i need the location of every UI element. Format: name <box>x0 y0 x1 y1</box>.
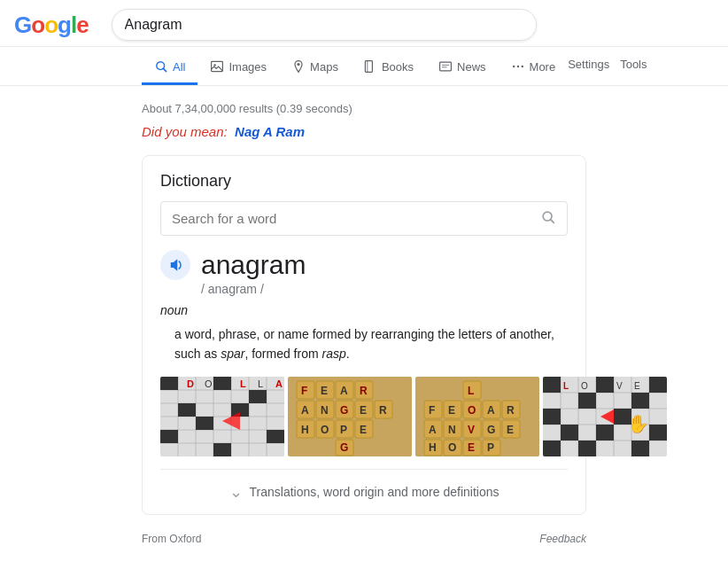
crossword-image-3[interactable]: L F E O A R A N V <box>415 377 539 456</box>
images-icon <box>210 59 224 74</box>
svg-rect-31 <box>160 377 178 390</box>
results-count: About 7,34,00,000 results (0.39 seconds) <box>142 93 586 119</box>
svg-text:E: E <box>448 404 455 417</box>
svg-text:A: A <box>275 378 283 389</box>
svg-rect-127 <box>543 441 561 456</box>
feedback-link[interactable]: Feedback <box>539 533 586 545</box>
from-oxford-label: From Oxford <box>142 533 201 545</box>
tab-maps-label: Maps <box>310 60 338 74</box>
translations-bar[interactable]: ⌄ Translations, word origin and more def… <box>160 469 568 514</box>
definition-end: . <box>346 347 350 361</box>
svg-text:✋: ✋ <box>627 413 649 434</box>
svg-text:A: A <box>487 404 495 417</box>
dictionary-search-input[interactable] <box>172 211 540 226</box>
svg-rect-39 <box>213 443 231 456</box>
svg-rect-9 <box>440 62 452 71</box>
svg-rect-124 <box>561 425 578 441</box>
svg-text:H: H <box>429 441 437 454</box>
dictionary-search-box <box>160 201 568 236</box>
search-box <box>112 9 537 41</box>
svg-rect-128 <box>578 441 596 456</box>
content-area: About 7,34,00,000 results (0.39 seconds)… <box>0 86 728 556</box>
search-input[interactable] <box>125 17 515 33</box>
svg-text:N: N <box>321 404 329 417</box>
tab-all[interactable]: All <box>142 51 197 85</box>
from-oxford-row: From Oxford Feedback <box>142 526 586 556</box>
tab-more-label: More <box>530 60 556 74</box>
svg-text:G: G <box>340 441 348 454</box>
svg-text:E: E <box>360 404 367 417</box>
maps-icon <box>291 59 306 74</box>
audio-button[interactable] <box>160 250 190 280</box>
svg-text:A: A <box>429 424 437 436</box>
nav-tabs: All Images Maps Books News <box>0 47 728 86</box>
images-row: D O L L A F <box>160 377 568 456</box>
settings-link[interactable]: Settings <box>568 58 609 71</box>
svg-line-3 <box>163 68 166 71</box>
svg-rect-38 <box>267 430 284 443</box>
svg-text:A: A <box>340 385 348 397</box>
svg-rect-121 <box>631 393 649 409</box>
svg-rect-126 <box>649 425 667 441</box>
svg-point-6 <box>297 63 299 66</box>
dictionary-search-icon[interactable] <box>540 209 556 228</box>
did-you-mean: Did you mean: Nag A Ram <box>142 119 586 148</box>
svg-text:O: O <box>448 441 456 454</box>
svg-text:O: O <box>321 424 329 436</box>
settings-area: Settings Tools <box>568 58 647 78</box>
svg-text:N: N <box>448 424 456 436</box>
did-you-mean-suggestion[interactable]: Nag A Ram <box>235 124 305 139</box>
crossword-image-1[interactable]: D O L L A <box>160 377 284 456</box>
svg-rect-7 <box>365 61 372 73</box>
tab-images[interactable]: Images <box>197 51 279 85</box>
svg-text:V: V <box>468 424 475 436</box>
svg-text:E: E <box>507 424 514 436</box>
svg-text:L: L <box>468 385 474 397</box>
svg-rect-129 <box>631 441 649 456</box>
svg-rect-120 <box>578 393 596 409</box>
svg-text:E: E <box>360 424 367 436</box>
svg-rect-117 <box>543 377 561 393</box>
news-icon <box>438 59 453 74</box>
svg-text:L: L <box>563 381 569 391</box>
svg-text:F: F <box>429 404 435 417</box>
tab-news-label: News <box>457 60 486 74</box>
dictionary-title: Dictionary <box>160 172 568 191</box>
tab-books[interactable]: Books <box>351 51 426 85</box>
svg-text:A: A <box>301 404 309 417</box>
dictionary-card: Dictionary anagram / anagram / <box>142 155 586 515</box>
svg-rect-34 <box>178 403 196 417</box>
example1: spar <box>221 347 244 361</box>
crossword-image-4[interactable]: L O V E ✋ <box>543 377 667 456</box>
google-logo: Google <box>14 12 89 39</box>
svg-rect-32 <box>213 377 231 390</box>
svg-text:D: D <box>187 378 194 389</box>
svg-text:R: R <box>507 404 515 417</box>
top-bar: Google <box>0 0 728 47</box>
svg-text:P: P <box>487 441 494 454</box>
svg-text:L: L <box>258 378 263 389</box>
tab-books-label: Books <box>382 60 414 74</box>
svg-text:F: F <box>301 385 307 397</box>
tab-news[interactable]: News <box>426 51 499 85</box>
svg-text:H: H <box>301 424 309 436</box>
svg-text:E: E <box>634 381 640 391</box>
search-icons <box>515 18 523 32</box>
svg-text:P: P <box>340 424 347 436</box>
tab-more[interactable]: More <box>499 51 569 85</box>
svg-rect-125 <box>596 425 614 441</box>
crossword-image-2[interactable]: F E A R A N G <box>288 377 412 456</box>
svg-text:L: L <box>240 378 246 389</box>
tools-link[interactable]: Tools <box>620 58 647 71</box>
svg-rect-118 <box>596 377 614 393</box>
more-dots-icon <box>511 59 525 74</box>
svg-text:V: V <box>616 381 623 391</box>
svg-text:O: O <box>468 404 476 417</box>
definition: a word, phrase, or name formed by rearra… <box>160 324 568 364</box>
svg-text:E: E <box>321 385 328 397</box>
svg-rect-37 <box>160 430 178 443</box>
tab-maps[interactable]: Maps <box>279 51 351 85</box>
did-you-mean-label: Did you mean: <box>142 124 228 139</box>
svg-text:G: G <box>340 404 348 417</box>
svg-text:R: R <box>360 385 368 397</box>
